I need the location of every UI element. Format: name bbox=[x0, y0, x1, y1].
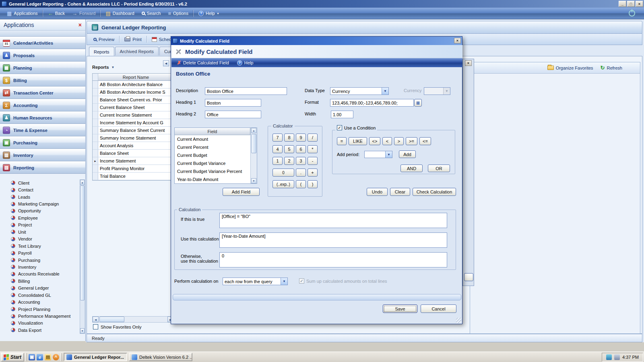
calc-key-2[interactable]: 2 bbox=[284, 157, 294, 165]
field-list-item-current-percent[interactable]: Current Percent bbox=[175, 143, 250, 151]
table-row[interactable]: Summary Balance Sheet Current bbox=[93, 127, 173, 134]
table-row[interactable]: Balance Sheet Current vs. Prior bbox=[93, 96, 173, 104]
submenu-item-inventory[interactable]: Inventory bbox=[0, 263, 80, 270]
minimize-button[interactable]: _ bbox=[619, 1, 626, 7]
submenu-item-project-planning[interactable]: Project Planning bbox=[0, 306, 80, 313]
table-row[interactable]: ▸Income Statement bbox=[93, 157, 173, 165]
calc-key-decimal[interactable]: . bbox=[296, 169, 306, 177]
table-row[interactable]: Account Analysis bbox=[93, 142, 173, 150]
submenu-item-billing[interactable]: Billing bbox=[0, 278, 80, 284]
menu-applications[interactable]: ▦Applications bbox=[3, 9, 41, 18]
operator-button-not-equal[interactable]: <> bbox=[369, 137, 380, 145]
submenu-item-client[interactable]: Client bbox=[0, 179, 80, 186]
calc-key-9[interactable]: 9 bbox=[296, 134, 306, 142]
tab-archived-reports[interactable]: Archived Reports bbox=[115, 47, 159, 56]
scrollbar-thumb[interactable] bbox=[251, 134, 256, 153]
format-picker-button[interactable]: ▦ bbox=[414, 99, 422, 107]
hscrollbar-thumb[interactable] bbox=[99, 317, 124, 322]
operator-button-less-or-equal[interactable]: <= bbox=[419, 137, 431, 145]
field-list-scrollbar[interactable]: ▲ ▼ bbox=[250, 128, 257, 183]
app-button-purchasing[interactable]: ▣Purchasing bbox=[0, 136, 85, 149]
add-field-button[interactable]: Add Field bbox=[223, 188, 260, 196]
submenu-item-leads[interactable]: Leads bbox=[0, 193, 80, 200]
submenu-item-general-ledger[interactable]: General Ledger bbox=[0, 285, 80, 292]
calc-key-5[interactable]: 5 bbox=[284, 145, 294, 153]
scrollbar-thumb[interactable] bbox=[80, 185, 85, 300]
scroll-left-button[interactable]: ◀ bbox=[93, 317, 99, 322]
app-button-calendar-activities[interactable]: 31Calendar/Activities bbox=[0, 37, 85, 49]
save-button[interactable]: Save bbox=[383, 304, 417, 313]
task-button-general-ledger[interactable]: General Ledger Repor... bbox=[64, 353, 127, 361]
quicklaunch-folder-icon[interactable]: ▤ bbox=[45, 354, 51, 360]
operator-button-greater-or-equal[interactable]: >= bbox=[406, 137, 417, 145]
applications-panel-close-icon[interactable]: × bbox=[78, 22, 82, 28]
background-window-close-button[interactable]: × bbox=[465, 60, 472, 66]
submenu-item-contact[interactable]: Contact bbox=[0, 186, 80, 193]
resize-grip[interactable] bbox=[456, 318, 461, 323]
table-row[interactable]: Balance Sheet bbox=[93, 150, 173, 157]
print-button[interactable]: Print bbox=[122, 35, 144, 44]
table-row[interactable]: AB Boston Architecture Income S bbox=[93, 88, 173, 96]
submenu-item-vendor[interactable]: Vendor bbox=[0, 236, 80, 243]
field-list-header[interactable]: Field bbox=[175, 128, 250, 135]
scroll-down-button[interactable]: ▼ bbox=[80, 328, 85, 333]
check-calculation-button[interactable]: Check Calculation bbox=[413, 188, 456, 196]
format-field[interactable] bbox=[330, 99, 414, 107]
table-row[interactable]: Current Income Statement bbox=[93, 111, 173, 119]
use-calc-textarea[interactable]: [Year-to-Date Amount] bbox=[219, 232, 447, 248]
app-button-partial[interactable] bbox=[0, 31, 85, 37]
tray-display-icon[interactable] bbox=[614, 354, 620, 360]
cancel-button[interactable]: Cancel bbox=[421, 304, 456, 313]
calc-key-8[interactable]: 8 bbox=[284, 134, 294, 142]
heading1-field[interactable] bbox=[205, 99, 261, 107]
app-button-proposals[interactable]: ♟Proposals bbox=[0, 49, 85, 62]
dialog-close-button[interactable]: × bbox=[454, 38, 461, 43]
or-button[interactable]: OR bbox=[428, 165, 450, 172]
submenu-item-unit[interactable]: Unit bbox=[0, 228, 80, 235]
perform-combo[interactable]: each row from the query ▼ bbox=[223, 278, 288, 285]
app-button-accounting[interactable]: ΣAccounting bbox=[0, 99, 85, 111]
use-condition-checkbox[interactable] bbox=[337, 125, 342, 130]
maximize-button[interactable]: □ bbox=[627, 1, 635, 7]
table-row[interactable]: AB Boston Architecture Balance bbox=[93, 81, 173, 88]
calc-key-divide[interactable]: / bbox=[308, 134, 318, 142]
reports-section-header[interactable]: Reports ▼ bbox=[92, 64, 168, 71]
quicklaunch-desktop-icon[interactable]: ▣ bbox=[29, 354, 35, 360]
if-true-textarea[interactable]: [Office] = "BO" bbox=[219, 213, 447, 228]
tab-reports[interactable]: Reports bbox=[89, 47, 114, 56]
calc-key-open-paren[interactable]: ( bbox=[296, 180, 306, 188]
tray-network-icon[interactable] bbox=[606, 354, 612, 360]
show-favorites-checkbox[interactable] bbox=[93, 324, 98, 329]
task-button-deltek-vision[interactable]: Deltek Vision Version 6.2 ... bbox=[129, 353, 192, 361]
add-period-combo[interactable]: ▼ bbox=[364, 151, 392, 158]
table-row[interactable]: Income Statement by Account G bbox=[93, 119, 173, 127]
clear-button[interactable]: Clear bbox=[390, 188, 410, 196]
app-button-time-expense[interactable]: ◔Time & Expense bbox=[0, 124, 85, 136]
field-list-item-current-budget[interactable]: Current Budget bbox=[175, 151, 250, 159]
preview-button[interactable]: Preview bbox=[91, 35, 117, 44]
table-row[interactable]: Trial Balance bbox=[93, 173, 173, 180]
panel-scrollbar[interactable]: ▲ ▼ bbox=[80, 179, 85, 334]
scroll-down-button[interactable]: ▼ bbox=[251, 178, 256, 183]
submenu-item-accounts-receivable[interactable]: Accounts Receivable bbox=[0, 271, 80, 278]
submenu-item-project[interactable]: Project bbox=[0, 222, 80, 228]
dialog-help-button[interactable]: ? Help bbox=[235, 58, 256, 67]
operator-button-equals[interactable]: = bbox=[337, 137, 347, 145]
datatype-combo[interactable]: Currency ▼ bbox=[330, 87, 389, 95]
collapse-button[interactable]: ◀ bbox=[163, 60, 169, 66]
heading2-field[interactable] bbox=[205, 111, 261, 118]
operator-button-like[interactable]: LIKE bbox=[349, 137, 367, 145]
power-button[interactable] bbox=[629, 10, 635, 16]
calc-key-7[interactable]: 7 bbox=[272, 134, 283, 142]
calc-key-multiply[interactable]: * bbox=[308, 145, 318, 153]
otherwise-textarea[interactable]: 0 bbox=[219, 252, 447, 267]
table-row[interactable]: Profit Planning Monitor bbox=[93, 165, 173, 173]
field-list-item-year-to-date-amount[interactable]: Year-to-Date Amount bbox=[175, 175, 250, 183]
submenu-item-performance-management[interactable]: Performance Management bbox=[0, 313, 80, 319]
submenu-item-visualization[interactable]: Visualization bbox=[0, 320, 80, 327]
calc-key-1[interactable]: 1 bbox=[272, 157, 283, 165]
close-button[interactable]: × bbox=[636, 1, 643, 7]
table-row[interactable]: Summary Income Statement bbox=[93, 134, 173, 142]
submenu-item-data-export[interactable]: Data Export bbox=[0, 327, 80, 333]
organize-favorites-button[interactable]: Organize Favorites bbox=[547, 66, 593, 70]
